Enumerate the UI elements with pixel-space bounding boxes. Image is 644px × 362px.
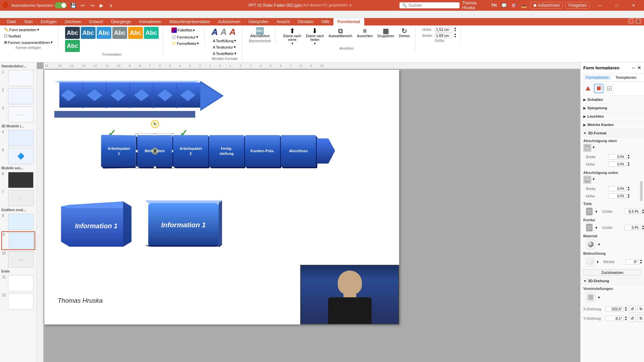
slide-thumb-5[interactable]: 5 🔷 [1,147,35,165]
shape-style-6[interactable]: Abc [144,27,159,39]
panel-icon-shape[interactable] [583,84,593,93]
shape-style-1[interactable]: Abc [65,27,80,39]
slide-thumb-2[interactable]: 2 [1,87,35,105]
panel-back-icon[interactable]: ← [631,65,636,70]
share-icon[interactable]: 📤 [520,1,527,9]
width-spinner[interactable]: ▲▼ [454,33,457,38]
section-3d-format[interactable]: ▼ 3D-Format [581,129,644,137]
x-rot-counterclockwise[interactable]: ↺ [629,305,636,313]
tab-formoptionen[interactable]: Formoptionen [583,75,611,80]
tab-ansicht[interactable]: Ansicht [272,18,293,25]
slide-thumb-12[interactable]: 12 [1,293,35,310]
slide-thumb-7[interactable]: 7 — [1,189,35,207]
bevel-top-chevron[interactable]: ▾ [593,145,595,152]
formkontur-btn[interactable]: ⬜ Formkontur ▾ [170,34,200,40]
more-icon[interactable]: ∨ [107,1,115,9]
redo-icon[interactable]: ↪ [88,1,96,9]
slide-thumb-10[interactable]: 10 — — [1,251,35,268]
x-rotation-spinner[interactable]: ▲▼ [625,306,627,312]
bevel-bot-width-spinner[interactable]: ▲▼ [627,186,630,191]
bevel-bot-chevron[interactable]: ▾ [593,177,595,184]
bevel-bot-height-spinner[interactable]: ▲▼ [627,193,630,199]
handle-bl[interactable] [136,166,138,169]
bevel-top-height-field[interactable] [608,162,627,167]
zuruecksetzen-button[interactable]: Zurücksetzen [583,269,641,276]
x-rot-clockwise[interactable]: ↻ [637,305,644,313]
tab-ueberpruefen[interactable]: Überprüfen [244,18,272,25]
bevel-bot-color[interactable] [583,176,591,184]
shape-style-2[interactable]: Abc [81,27,96,39]
winkel-field[interactable] [626,259,639,264]
tab-start[interactable]: Start [20,18,37,25]
autosave-toggle-pill[interactable] [55,2,67,8]
scroll-thumb[interactable] [640,181,643,201]
tab-zeichnen[interactable]: Zeichnen [61,18,85,25]
present-icon[interactable]: ▶ [98,1,106,9]
fuelleffekt-btn[interactable]: Fülleffekt ▾ [170,27,196,34]
formen-zusammen-btn[interactable]: ⊞ Formen zusammenführen ▾ [3,40,54,45]
slide-thumb-1[interactable]: 1 [1,69,35,87]
alternativtext-btn[interactable]: 🔤 Alternativtext [249,27,271,39]
present-btn[interactable]: 🎯 [510,1,517,9]
preset-chevron[interactable]: ▾ [598,295,600,300]
section-weiche-kanten[interactable]: ▶ Weiche Kanten [581,121,644,129]
textkontur-btn[interactable]: A Textkontur ▾ [211,44,237,50]
form-bearbeiten-btn[interactable]: ✏️ Form bearbeiten ▾ [3,27,54,33]
panel-close-icon[interactable]: ✕ [637,65,641,70]
tab-formformat[interactable]: Formformat [333,18,364,25]
texteffekte-btn[interactable]: A Texteffekte ▾ [211,51,237,56]
kontur-groesse-field[interactable] [624,225,641,230]
block-abschluss[interactable]: Abschluss [281,135,316,167]
ausrichten-btn[interactable]: ≡ Ausrichten [356,27,374,39]
handle-ml[interactable] [136,150,138,152]
maximize-button[interactable]: □ [609,0,625,11]
lighting-chevron[interactable]: ▾ [597,260,599,264]
tab-aufzeichnen[interactable]: Aufzeichnen [214,18,244,25]
tiefe-groesse-field[interactable] [624,209,641,214]
textfeld-btn[interactable]: ☐ Textfeld [3,33,54,39]
share-button[interactable]: Freigeben [566,2,590,9]
bevel-bot-height-field[interactable] [608,193,627,199]
material-btn[interactable] [586,240,595,249]
tab-entwurf[interactable]: Entwurf [85,18,107,25]
panel-icon-3d-effect[interactable] [594,84,603,93]
width-input[interactable] [435,33,453,38]
slide-thumb-9[interactable]: 9 [1,231,35,250]
search-input[interactable] [409,3,457,8]
slide-thumb-6[interactable]: 6 [1,171,35,189]
tab-bildschirm[interactable]: Bildschirmpräsentation [165,18,214,25]
bevel-top-color[interactable] [583,144,591,152]
y-rotation-spinner[interactable]: ▲▼ [625,316,627,321]
block-fertigstellung[interactable]: Fertig-stellung [209,135,244,167]
kontur-groesse-spinner[interactable]: ▲▼ [642,225,644,230]
shape-style-5[interactable]: Abc [128,27,143,39]
shape-style-3[interactable]: Abc [97,27,111,39]
bevel-top-width-spinner[interactable]: ▲▼ [627,154,630,160]
height-input[interactable] [435,27,453,32]
panel-icon-text[interactable]: A [605,84,614,93]
block-arbeitspaket1[interactable]: ✓ Arbeitspaket1 [101,135,137,167]
section-spiegelung[interactable]: ▶ Spiegelung [581,104,644,112]
handle-tl[interactable] [136,133,138,136]
y-rot-counterclockwise[interactable]: ↺ [629,315,636,322]
rotate-handle[interactable]: ↻ [151,120,159,128]
gruppieren-btn[interactable]: ▦ Gruppieren [376,27,395,39]
ebene-vorne-btn[interactable]: ⬆ Ebene nachvorne ▾ [282,27,303,46]
kontur-color[interactable] [586,224,593,232]
lighting-btn[interactable] [586,257,594,266]
info-block-1[interactable]: Information 1 [61,201,135,251]
ebene-hinten-btn[interactable]: ⬇ Ebene nachhinten ▾ [305,27,325,46]
slide-thumb-3[interactable]: 3 — — — [1,106,35,123]
y-rot-clockwise[interactable]: ↻ [637,315,644,322]
tab-dictation[interactable]: Dictation [294,18,318,25]
tab-uebergaenge[interactable]: Übergänge [107,18,135,25]
panel-pin-icon[interactable]: 📌 [628,18,634,24]
textfuellung-btn[interactable]: A Textfüllung ▾ [211,38,237,44]
height-spinner[interactable]: ▲▼ [454,27,457,32]
search-box[interactable]: 🔍 [399,2,460,8]
slide-thumb-11[interactable]: 11 [1,275,35,292]
shape-style-7[interactable]: Abc [65,40,80,52]
minimize-button[interactable]: — [592,0,608,11]
drehen-btn[interactable]: ↻ Drehen [397,27,411,39]
section-leuchten[interactable]: ▶ Leuchten [581,112,644,121]
